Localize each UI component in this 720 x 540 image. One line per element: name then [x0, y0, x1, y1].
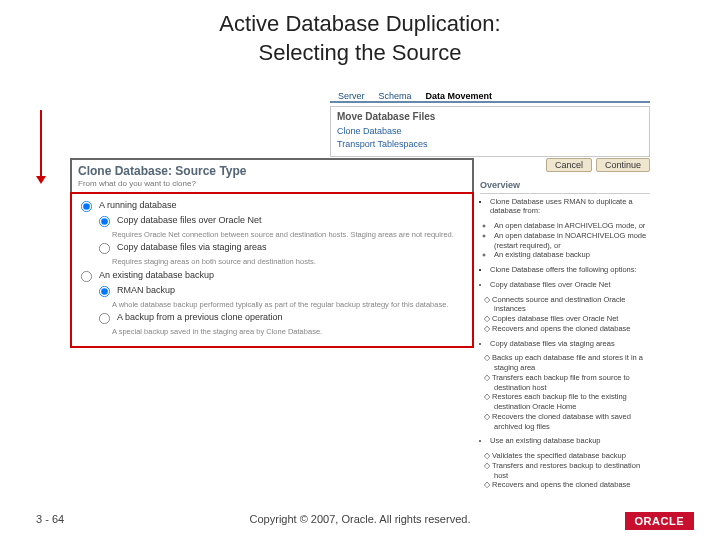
callout-arrow [40, 110, 42, 180]
oracle-logo: ORACLE [625, 512, 694, 530]
radio-copy-over-net[interactable]: Copy database files over Oracle Net [98, 215, 464, 228]
overview-item: An open database in NOARCHIVELOG mode (r… [494, 231, 650, 251]
radio-copy-via-staging-label: Copy database files via staging areas [117, 242, 267, 252]
slide-title: Active Database Duplication: Selecting t… [0, 10, 720, 67]
cancel-button[interactable]: Cancel [546, 158, 592, 172]
radio-running-db-label: A running database [99, 200, 177, 210]
wizard-buttons: Cancel Continue [480, 158, 650, 172]
highlight-box: A running database Copy database files o… [70, 192, 474, 348]
overview-item: Copy database files via staging areas [490, 339, 650, 349]
overview-item: Copies database files over Oracle Net [494, 314, 650, 324]
clone-source-form: Clone Database: Source Type From what do… [70, 158, 474, 348]
copyright-text: Copyright © 2007, Oracle. All rights res… [0, 513, 720, 525]
screenshot-area: Server Schema Data Movement Move Databas… [70, 88, 650, 428]
hint-prev-clone-backup: A special backup saved in the staging ar… [112, 327, 464, 336]
radio-running-db-input[interactable] [81, 201, 92, 212]
overview-item: Validates the specified database backup [494, 451, 650, 461]
overview-item: Copy database files over Oracle Net [490, 280, 650, 290]
radio-copy-via-staging-input[interactable] [99, 243, 110, 254]
overview-item: Clone Database uses RMAN to duplicate a … [490, 197, 650, 217]
link-transport-tablespaces[interactable]: Transport Tablespaces [337, 138, 643, 151]
radio-copy-over-net-input[interactable] [99, 216, 110, 227]
radio-existing-backup[interactable]: An existing database backup [80, 270, 464, 283]
hint-copy-over-net: Requires Oracle Net connection between s… [112, 230, 464, 239]
overview-item: Recovers and opens the cloned database [494, 480, 650, 490]
tab-schema[interactable]: Schema [379, 91, 412, 101]
continue-button[interactable]: Continue [596, 158, 650, 172]
form-title: Clone Database: Source Type [72, 160, 472, 178]
overview-item: An existing database backup [494, 250, 650, 260]
radio-rman-backup[interactable]: RMAN backup [98, 285, 464, 298]
slide-title-line1: Active Database Duplication: [219, 11, 500, 36]
radio-copy-via-staging[interactable]: Copy database files via staging areas [98, 242, 464, 255]
hint-rman-backup: A whole database backup performed typica… [112, 300, 464, 309]
slide-title-line2: Selecting the Source [258, 40, 461, 65]
overview-item: Backs up each database file and stores i… [494, 353, 650, 373]
radio-prev-clone-backup-input[interactable] [99, 313, 110, 324]
radio-copy-over-net-label: Copy database files over Oracle Net [117, 215, 262, 225]
link-clone-database[interactable]: Clone Database [337, 125, 643, 138]
overview-item: Transfers and restores backup to destina… [494, 461, 650, 481]
overview-item: Recovers and opens the cloned database [494, 324, 650, 334]
overview-item: Clone Database offers the following opti… [490, 265, 650, 275]
radio-running-db[interactable]: A running database [80, 200, 464, 213]
tab-data-movement[interactable]: Data Movement [426, 91, 493, 101]
overview-item: Restores each backup file to the existin… [494, 392, 650, 412]
overview-panel: Overview Clone Database uses RMAN to dup… [480, 180, 650, 495]
slide-footer: 3 - 64 Copyright © 2007, Oracle. All rig… [0, 498, 720, 540]
radio-rman-backup-label: RMAN backup [117, 285, 175, 295]
overview-item: Use an existing database backup [490, 436, 650, 446]
radio-prev-clone-backup-label: A backup from a previous clone operation [117, 312, 283, 322]
radio-prev-clone-backup[interactable]: A backup from a previous clone operation [98, 312, 464, 325]
hint-copy-via-staging: Requires staging areas on both source an… [112, 257, 464, 266]
form-subtitle: From what do you want to clone? [72, 178, 472, 192]
overview-item: Recovers the cloned database with saved … [494, 412, 650, 432]
tab-server[interactable]: Server [338, 91, 365, 101]
overview-item: Transfers each backup file from source t… [494, 373, 650, 393]
overview-header: Overview [480, 180, 650, 194]
tab-bar: Server Schema Data Movement [330, 88, 650, 103]
overview-item: Connects source and destination Oracle i… [494, 295, 650, 315]
radio-existing-backup-label: An existing database backup [99, 270, 214, 280]
move-database-files-panel: Move Database Files Clone Database Trans… [330, 106, 650, 157]
overview-item: An open database in ARCHIVELOG mode, or [494, 221, 650, 231]
move-panel-header: Move Database Files [337, 111, 643, 122]
radio-rman-backup-input[interactable] [99, 286, 110, 297]
radio-existing-backup-input[interactable] [81, 271, 92, 282]
